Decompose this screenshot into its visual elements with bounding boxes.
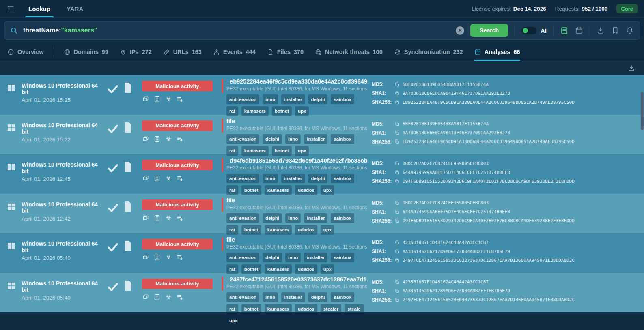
copy-icon[interactable] — [394, 249, 400, 254]
tab-ips[interactable]: IPs272 — [120, 43, 152, 61]
report-icon[interactable] — [153, 175, 161, 182]
tag-anti-evasion[interactable]: anti-evasion — [226, 213, 259, 223]
tab-domains[interactable]: Domains99 — [64, 43, 108, 61]
tag-kamasers[interactable]: kamasers — [265, 304, 292, 314]
biohazard-icon[interactable]: ☣ — [165, 254, 172, 261]
tag-kamasers[interactable]: kamasers — [241, 146, 269, 156]
tag-installer[interactable]: installer — [304, 134, 327, 144]
report-icon[interactable] — [153, 96, 161, 103]
hash-value[interactable]: EB9252284EA46F9C5CD9EA330DA0E44A2C0CD396… — [403, 100, 575, 105]
tab-overview[interactable]: Overview — [7, 43, 44, 61]
tag-anti-evasion[interactable]: anti-evasion — [226, 174, 259, 183]
tag-stealer[interactable]: stealer — [321, 304, 341, 314]
hash-value[interactable]: 5BF8281B8139F05438AA817E1155874A — [403, 82, 489, 87]
hash-value[interactable]: 644A974599AABEE75D7E4C6ECFE7C251374B0EF3 — [403, 209, 510, 214]
tag-upx[interactable]: upx — [295, 146, 309, 156]
stacked-windows-icon[interactable] — [142, 254, 149, 261]
threat-list-icon[interactable] — [176, 96, 183, 103]
hash-value[interactable]: AA3361462D621289AD6F73D34ADB2FF1FB7D6F79 — [403, 249, 510, 254]
tag-rat[interactable]: rat — [226, 225, 238, 235]
nav-tab-lookup[interactable]: Lookup — [27, 0, 52, 17]
tab-synchronization[interactable]: Synchronization232 — [394, 43, 463, 61]
tag-installer[interactable]: installer — [304, 213, 327, 223]
tag-anti-evasion[interactable]: anti-evasion — [226, 94, 259, 104]
stacked-windows-icon[interactable] — [142, 175, 149, 182]
hash-value[interactable]: 4235B1037F1D481624C4BA42A3CC1CB7 — [403, 279, 489, 285]
tag-udados[interactable]: udados — [295, 304, 317, 314]
tag-inno[interactable]: inno — [263, 94, 278, 104]
tag-sainbox[interactable]: sainbox — [331, 253, 354, 262]
stacked-windows-icon[interactable] — [142, 96, 149, 103]
copy-icon[interactable] — [394, 170, 400, 175]
tag-botnet[interactable]: botnet — [241, 264, 261, 274]
copy-icon[interactable] — [394, 288, 400, 294]
tag-upx[interactable]: upx — [226, 316, 240, 326]
tag-kamasers[interactable]: kamasers — [265, 185, 292, 195]
hash-value[interactable]: 5BF8281B8139F05438AA817E1155874A — [403, 121, 489, 126]
ai-toggle[interactable] — [521, 27, 536, 34]
tag-stealc[interactable]: stealc — [345, 304, 364, 314]
hash-value[interactable]: D94F6DB91851553D79342D6C9F1A40F2E02F7BC3… — [403, 179, 575, 184]
tag-anti-evasion[interactable]: anti-evasion — [226, 134, 259, 144]
tab-events[interactable]: Events444 — [213, 43, 256, 61]
tag-rat[interactable]: rat — [226, 185, 238, 195]
search-button[interactable]: Search — [470, 24, 508, 37]
tag-udados[interactable]: udados — [295, 225, 317, 235]
report-icon[interactable] — [153, 135, 161, 143]
tag-botnet[interactable]: botnet — [241, 185, 261, 195]
biohazard-icon[interactable]: ☣ — [165, 175, 172, 182]
tab-files[interactable]: Files370 — [267, 43, 304, 61]
copy-icon[interactable] — [394, 100, 400, 105]
copy-icon[interactable] — [394, 240, 400, 245]
hash-value[interactable]: 4235B1037F1D481624C4BA42A3CC1CB7 — [403, 240, 489, 245]
threat-list-icon[interactable] — [176, 254, 183, 261]
threat-list-icon[interactable] — [176, 294, 183, 301]
tag-delphi[interactable]: delphi — [308, 174, 328, 183]
export-download-icon[interactable] — [628, 64, 635, 72]
copy-icon[interactable] — [394, 82, 400, 87]
download-icon[interactable] — [597, 26, 605, 34]
tag-installer[interactable]: installer — [304, 253, 327, 262]
tag-installer[interactable]: installer — [281, 174, 305, 183]
copy-icon[interactable] — [394, 130, 400, 135]
stacked-windows-icon[interactable] — [142, 214, 149, 222]
tag-inno[interactable]: inno — [285, 253, 301, 262]
tag-upx[interactable]: upx — [321, 185, 334, 195]
tag-udados[interactable]: udados — [295, 264, 317, 274]
hash-value[interactable]: AA3361462D621289AD6F73D34ADB2FF1FB7D6F79 — [403, 288, 510, 294]
tag-upx[interactable]: upx — [321, 264, 334, 274]
tag-delphi[interactable]: delphi — [263, 134, 282, 144]
hash-value[interactable]: 644A974599AABEE75D7E4C6ECFE7C251374B0EF3 — [403, 170, 510, 175]
tag-anti-evasion[interactable]: anti-evasion — [226, 292, 259, 302]
copy-icon[interactable] — [394, 258, 400, 263]
copy-icon[interactable] — [394, 121, 400, 126]
copy-icon[interactable] — [394, 161, 400, 166]
nav-tab-yara[interactable]: YARA — [65, 0, 85, 17]
scrollbar-thumb[interactable] — [641, 92, 644, 130]
file-name[interactable]: file — [226, 118, 368, 124]
tag-udados[interactable]: udados — [295, 185, 317, 195]
tag-inno[interactable]: inno — [285, 134, 301, 144]
tag-botnet[interactable]: botnet — [241, 225, 261, 235]
copy-icon[interactable] — [394, 200, 400, 206]
tag-upx[interactable]: upx — [295, 106, 309, 116]
report-icon[interactable] — [153, 254, 161, 261]
hash-value[interactable]: DBDC2B7AD2C7C824CEE959805CEBC803 — [403, 161, 489, 166]
calendar-icon[interactable] — [575, 26, 583, 34]
analysis-row[interactable]: Windows 10 Professional 64 bit April 01,… — [0, 115, 644, 154]
biohazard-icon[interactable]: ☣ — [165, 96, 172, 103]
tag-anti-evasion[interactable]: anti-evasion — [226, 253, 259, 262]
tag-rat[interactable]: rat — [226, 304, 238, 314]
file-name[interactable]: _2497fce4712456158520e03373637dc12867eaa… — [226, 276, 368, 283]
tab-analyses[interactable]: Analyses66 — [474, 43, 520, 61]
analysis-row[interactable]: Windows 10 Professional 64 bit April 01,… — [0, 75, 644, 115]
tag-inno[interactable]: inno — [263, 174, 278, 183]
tag-inno[interactable]: inno — [285, 213, 301, 223]
analysis-row[interactable]: Windows 10 Professional 64 bit April 01,… — [0, 233, 644, 273]
biohazard-icon[interactable]: ☣ — [165, 135, 172, 143]
tag-sainbox[interactable]: sainbox — [331, 174, 354, 183]
bell-icon[interactable] — [626, 26, 634, 34]
report-icon[interactable] — [153, 214, 161, 222]
copy-icon[interactable] — [394, 91, 400, 96]
doc-lines-icon[interactable] — [560, 26, 569, 35]
